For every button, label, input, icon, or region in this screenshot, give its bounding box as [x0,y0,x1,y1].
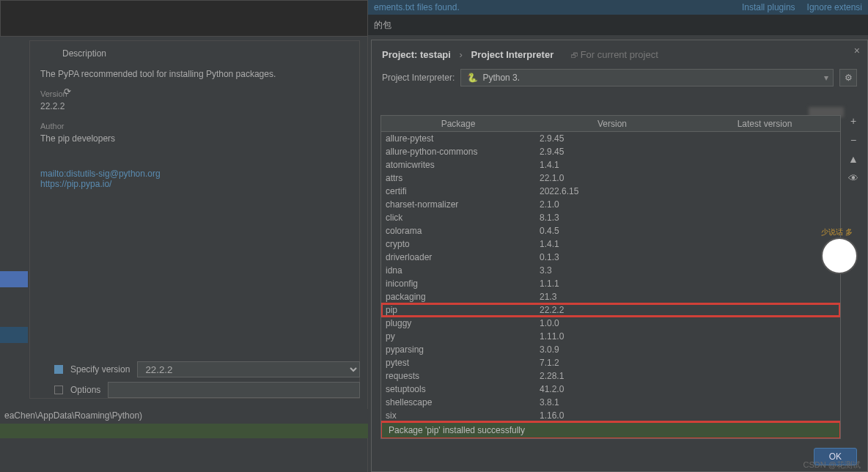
chevron-right-icon: › [460,49,463,60]
interpreter-value: Python 3. [482,73,520,83]
banner-message: ements.txt files found. [374,2,460,12]
table-row[interactable]: py1.11.0 [381,330,840,343]
result-list-strip [0,37,28,408]
specify-version-dropdown[interactable]: 22.2.2 [137,361,360,377]
version-label: Version [40,89,349,98]
pkg-version: 1.0.0 [540,318,694,328]
ignore-extension-link[interactable]: Ignore extensi [807,2,862,12]
interpreter-label: Project Interpreter: [382,73,455,83]
pkg-version: 0.4.5 [540,226,694,236]
table-row[interactable]: pyparsing3.0.9 [381,343,840,356]
table-row[interactable]: crypto1.4.1 [381,237,840,251]
table-row[interactable]: attrs22.1.0 [381,172,840,185]
breadcrumb-section: Project Interpreter [471,49,554,60]
remove-package-icon[interactable]: − [850,134,856,146]
interpreter-dropdown[interactable]: 🐍 Python 3. ▾ [460,69,834,86]
chevron-down-icon: ▾ [824,73,828,83]
author-label: Author [40,122,349,130]
specify-version-checkbox[interactable] [54,365,63,374]
pkg-name: click [386,213,540,223]
sub-banner-text: 的包 [374,19,391,32]
table-row[interactable]: six1.16.0 [381,409,840,422]
pkg-version: 1.11.0 [540,331,694,342]
table-row[interactable]: click8.1.3 [381,211,840,224]
pkg-version: 2.9.45 [540,147,694,157]
pkg-name: driverloader [386,252,540,262]
requirements-banner: ements.txt files found. Install plugins … [368,0,868,15]
table-row[interactable]: pytest7.1.2 [381,356,840,369]
python-icon: 🐍 [467,73,478,83]
pkg-name: packaging [386,292,540,302]
table-row[interactable]: allure-python-commons2.9.45 [381,145,840,158]
table-row[interactable]: allure-pytest2.9.45 [381,132,840,145]
install-progress-bar [0,424,368,438]
pkg-version: 3.0.9 [540,344,694,355]
pkg-name: pip [386,305,540,315]
project-name: Project: testapi [382,49,451,60]
show-paths-icon[interactable]: 👁 [848,172,858,184]
pkg-version: 1.4.1 [540,160,694,170]
pkg-version: 2022.6.15 [540,186,694,196]
pkg-name: shellescape [386,397,540,408]
sub-banner: 的包 [368,15,868,35]
selected-result[interactable] [0,271,28,287]
pkg-name: allure-python-commons [386,147,540,157]
interpreter-row: Project Interpreter: 🐍 Python 3. ▾ ⚙ [372,64,867,97]
table-row[interactable]: charset-normalizer2.1.0 [381,198,840,211]
package-toolbar: + − ▲ 👁 [845,115,861,184]
table-row[interactable]: certifi2022.6.15 [381,185,840,198]
table-row[interactable]: setuptools41.2.0 [381,383,840,396]
table-row[interactable]: iniconfig1.1.1 [381,277,840,290]
refresh-icon[interactable]: ⟳ [64,86,71,97]
col-latest[interactable]: Latest version [689,119,840,129]
options-label: Options [70,385,100,395]
table-row[interactable]: atomicwrites1.4.1 [381,158,840,172]
pkg-name: attrs [386,173,540,183]
pkg-version: 1.16.0 [540,410,694,421]
table-row[interactable]: packaging21.3 [381,290,840,303]
table-row[interactable]: requests2.28.1 [381,369,840,383]
pkg-name: allure-pytest [386,133,540,144]
pkg-version: 7.1.2 [540,358,694,368]
mailto-link[interactable]: mailto:distutils-sig@python.org [40,169,349,179]
col-package[interactable]: Package [381,119,535,129]
version-value: 22.2.2 [40,101,349,111]
options-checkbox[interactable] [54,386,63,394]
pkg-name: colorama [386,226,540,236]
pkg-name: py [386,331,540,342]
gear-icon[interactable]: ⚙ [839,69,857,86]
dialog-close-icon[interactable]: × [854,45,860,56]
package-detail-panel: ⟳ Description The PyPA recommended tool … [0,0,368,472]
install-path: eaChen\AppData\Roaming\Python) [0,409,368,424]
table-row[interactable]: idna3.3 [381,264,840,277]
homepage-link[interactable]: https://pip.pypa.io/ [40,179,349,189]
hover-result[interactable] [0,327,28,343]
package-table: Package Version Latest version allure-py… [380,115,841,439]
table-row[interactable]: colorama0.4.5 [381,224,840,237]
install-plugins-link[interactable]: Install plugins [742,2,795,12]
options-input[interactable] [108,382,360,398]
pkg-name: charset-normalizer [386,199,540,210]
pkg-version: 21.3 [540,292,694,302]
pkg-name: atomicwrites [386,160,540,170]
pkg-version: 41.2.0 [540,384,694,394]
pkg-version: 2.28.1 [540,371,694,381]
table-row[interactable]: shellescape3.8.1 [381,396,840,409]
search-area[interactable] [0,0,368,37]
table-row[interactable]: driverloader0.1.3 [381,251,840,264]
pkg-name: requests [386,371,540,381]
add-package-icon[interactable]: + [850,115,856,127]
pkg-version: 3.3 [540,265,694,276]
upgrade-package-icon[interactable]: ▲ [848,153,858,165]
breadcrumb: Project: testapi › Project Interpreter F… [372,40,867,64]
settings-dialog: × Project: testapi › Project Interpreter… [371,40,868,472]
table-row[interactable]: pluggy1.0.0 [381,317,840,330]
ok-button[interactable]: OK [814,448,857,465]
col-version[interactable]: Version [535,119,689,129]
pkg-version: 2.1.0 [540,199,694,210]
pkg-version: 22.2.2 [540,305,694,315]
success-message: Package 'pip' installed successfully [381,422,840,438]
table-row[interactable]: pip22.2.2 [381,303,840,317]
description-box: ⟳ Description The PyPA recommended tool … [29,40,360,399]
pkg-version: 2.9.45 [540,133,694,144]
